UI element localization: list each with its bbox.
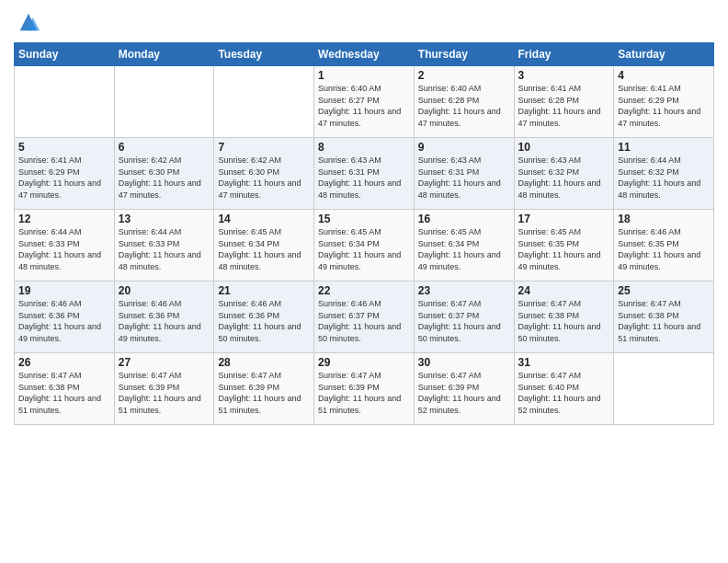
page-header: [14, 9, 714, 35]
col-header-tuesday: Tuesday: [214, 43, 314, 66]
day-cell: 2Sunrise: 6:40 AM Sunset: 6:28 PM Daylig…: [414, 66, 514, 138]
day-info: Sunrise: 6:47 AM Sunset: 6:39 PM Dayligh…: [119, 370, 210, 416]
day-cell: 18Sunrise: 6:46 AM Sunset: 6:35 PM Dayli…: [614, 210, 714, 282]
day-cell: 26Sunrise: 6:47 AM Sunset: 6:38 PM Dayli…: [15, 353, 115, 425]
day-info: Sunrise: 6:41 AM Sunset: 6:29 PM Dayligh…: [18, 155, 110, 201]
logo: [14, 9, 41, 35]
day-cell: 13Sunrise: 6:44 AM Sunset: 6:33 PM Dayli…: [114, 210, 214, 282]
day-info: Sunrise: 6:47 AM Sunset: 6:39 PM Dayligh…: [418, 370, 510, 416]
day-number: 18: [618, 213, 710, 225]
day-number: 4: [618, 69, 710, 82]
day-info: Sunrise: 6:46 AM Sunset: 6:36 PM Dayligh…: [119, 298, 210, 344]
col-header-friday: Friday: [514, 43, 614, 66]
day-cell: [15, 66, 115, 138]
day-cell: 5Sunrise: 6:41 AM Sunset: 6:29 PM Daylig…: [15, 138, 115, 210]
day-info: Sunrise: 6:45 AM Sunset: 6:34 PM Dayligh…: [418, 226, 510, 272]
day-cell: 28Sunrise: 6:47 AM Sunset: 6:39 PM Dayli…: [214, 353, 314, 425]
day-info: Sunrise: 6:47 AM Sunset: 6:38 PM Dayligh…: [518, 298, 610, 344]
day-info: Sunrise: 6:46 AM Sunset: 6:36 PM Dayligh…: [18, 298, 110, 344]
day-number: 26: [18, 356, 110, 369]
day-number: 1: [318, 69, 410, 82]
day-number: 24: [518, 284, 610, 297]
day-cell: 17Sunrise: 6:45 AM Sunset: 6:35 PM Dayli…: [514, 210, 614, 282]
day-info: Sunrise: 6:45 AM Sunset: 6:34 PM Dayligh…: [218, 226, 310, 272]
day-info: Sunrise: 6:47 AM Sunset: 6:39 PM Dayligh…: [218, 370, 310, 416]
day-info: Sunrise: 6:43 AM Sunset: 6:32 PM Dayligh…: [518, 155, 610, 201]
day-cell: 21Sunrise: 6:46 AM Sunset: 6:36 PM Dayli…: [214, 282, 314, 353]
day-cell: 30Sunrise: 6:47 AM Sunset: 6:39 PM Dayli…: [414, 353, 514, 425]
day-info: Sunrise: 6:45 AM Sunset: 6:34 PM Dayligh…: [318, 226, 410, 272]
day-cell: 19Sunrise: 6:46 AM Sunset: 6:36 PM Dayli…: [15, 282, 115, 353]
day-info: Sunrise: 6:40 AM Sunset: 6:27 PM Dayligh…: [318, 83, 410, 129]
day-cell: 9Sunrise: 6:43 AM Sunset: 6:31 PM Daylig…: [414, 138, 514, 210]
day-info: Sunrise: 6:40 AM Sunset: 6:28 PM Dayligh…: [418, 83, 510, 129]
day-info: Sunrise: 6:47 AM Sunset: 6:39 PM Dayligh…: [318, 370, 410, 416]
day-cell: 12Sunrise: 6:44 AM Sunset: 6:33 PM Dayli…: [15, 210, 115, 282]
day-cell: 8Sunrise: 6:43 AM Sunset: 6:31 PM Daylig…: [314, 138, 415, 210]
day-info: Sunrise: 6:42 AM Sunset: 6:30 PM Dayligh…: [218, 155, 310, 201]
day-cell: 16Sunrise: 6:45 AM Sunset: 6:34 PM Dayli…: [414, 210, 514, 282]
day-info: Sunrise: 6:43 AM Sunset: 6:31 PM Dayligh…: [318, 155, 410, 201]
day-cell: 27Sunrise: 6:47 AM Sunset: 6:39 PM Dayli…: [114, 353, 214, 425]
day-cell: 6Sunrise: 6:42 AM Sunset: 6:30 PM Daylig…: [114, 138, 214, 210]
day-number: 14: [218, 213, 310, 225]
day-number: 20: [119, 284, 210, 297]
day-cell: 25Sunrise: 6:47 AM Sunset: 6:38 PM Dayli…: [614, 282, 714, 353]
day-info: Sunrise: 6:47 AM Sunset: 6:37 PM Dayligh…: [418, 298, 510, 344]
calendar-table: SundayMondayTuesdayWednesdayThursdayFrid…: [14, 42, 714, 425]
day-number: 30: [418, 356, 510, 369]
day-cell: 7Sunrise: 6:42 AM Sunset: 6:30 PM Daylig…: [214, 138, 314, 210]
day-number: 23: [418, 284, 510, 297]
day-number: 9: [418, 141, 510, 154]
day-info: Sunrise: 6:44 AM Sunset: 6:33 PM Dayligh…: [18, 226, 110, 272]
day-cell: 11Sunrise: 6:44 AM Sunset: 6:32 PM Dayli…: [614, 138, 714, 210]
day-number: 19: [18, 284, 110, 297]
day-number: 11: [618, 141, 710, 154]
col-header-monday: Monday: [114, 43, 214, 66]
day-info: Sunrise: 6:44 AM Sunset: 6:32 PM Dayligh…: [618, 155, 710, 201]
day-number: 29: [318, 356, 410, 369]
day-number: 12: [18, 213, 110, 225]
day-number: 16: [418, 213, 510, 225]
day-info: Sunrise: 6:47 AM Sunset: 6:38 PM Dayligh…: [18, 370, 110, 416]
day-info: Sunrise: 6:46 AM Sunset: 6:35 PM Dayligh…: [618, 226, 710, 272]
day-number: 25: [618, 284, 710, 297]
day-cell: 14Sunrise: 6:45 AM Sunset: 6:34 PM Dayli…: [214, 210, 314, 282]
day-info: Sunrise: 6:41 AM Sunset: 6:29 PM Dayligh…: [618, 83, 710, 129]
day-number: 28: [218, 356, 310, 369]
day-info: Sunrise: 6:42 AM Sunset: 6:30 PM Dayligh…: [119, 155, 210, 201]
day-number: 2: [418, 69, 510, 82]
day-cell: 22Sunrise: 6:46 AM Sunset: 6:37 PM Dayli…: [314, 282, 415, 353]
day-number: 10: [518, 141, 610, 154]
day-cell: 4Sunrise: 6:41 AM Sunset: 6:29 PM Daylig…: [614, 66, 714, 138]
col-header-saturday: Saturday: [614, 43, 714, 66]
day-cell: 31Sunrise: 6:47 AM Sunset: 6:40 PM Dayli…: [514, 353, 614, 425]
day-number: 27: [119, 356, 210, 369]
day-number: 3: [518, 69, 610, 82]
day-info: Sunrise: 6:47 AM Sunset: 6:38 PM Dayligh…: [618, 298, 710, 344]
col-header-wednesday: Wednesday: [314, 43, 415, 66]
day-cell: 20Sunrise: 6:46 AM Sunset: 6:36 PM Dayli…: [114, 282, 214, 353]
day-info: Sunrise: 6:43 AM Sunset: 6:31 PM Dayligh…: [418, 155, 510, 201]
page-container: SundayMondayTuesdayWednesdayThursdayFrid…: [0, 0, 728, 434]
day-cell: 10Sunrise: 6:43 AM Sunset: 6:32 PM Dayli…: [514, 138, 614, 210]
day-cell: [214, 66, 314, 138]
day-info: Sunrise: 6:47 AM Sunset: 6:40 PM Dayligh…: [518, 370, 610, 416]
day-number: 22: [318, 284, 410, 297]
day-info: Sunrise: 6:46 AM Sunset: 6:37 PM Dayligh…: [318, 298, 410, 344]
day-cell: [114, 66, 214, 138]
day-cell: 24Sunrise: 6:47 AM Sunset: 6:38 PM Dayli…: [514, 282, 614, 353]
week-row-4: 26Sunrise: 6:47 AM Sunset: 6:38 PM Dayli…: [15, 353, 714, 425]
week-row-0: 1Sunrise: 6:40 AM Sunset: 6:27 PM Daylig…: [15, 66, 714, 138]
day-cell: 23Sunrise: 6:47 AM Sunset: 6:37 PM Dayli…: [414, 282, 514, 353]
day-cell: [614, 353, 714, 425]
day-number: 5: [18, 141, 110, 154]
day-info: Sunrise: 6:44 AM Sunset: 6:33 PM Dayligh…: [119, 226, 210, 272]
day-cell: 1Sunrise: 6:40 AM Sunset: 6:27 PM Daylig…: [314, 66, 415, 138]
col-header-thursday: Thursday: [414, 43, 514, 66]
day-info: Sunrise: 6:45 AM Sunset: 6:35 PM Dayligh…: [518, 226, 610, 272]
day-number: 21: [218, 284, 310, 297]
week-row-3: 19Sunrise: 6:46 AM Sunset: 6:36 PM Dayli…: [15, 282, 714, 353]
day-number: 7: [218, 141, 310, 154]
week-row-1: 5Sunrise: 6:41 AM Sunset: 6:29 PM Daylig…: [15, 138, 714, 210]
